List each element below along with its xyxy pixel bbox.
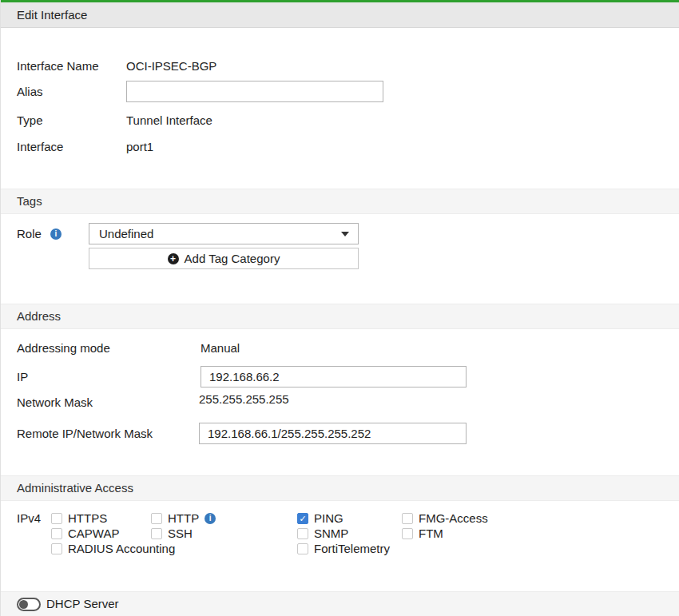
add-tag-category-button[interactable]: + Add Tag Category xyxy=(89,248,359,269)
checkbox-label: SNMP xyxy=(314,527,348,540)
admin-access-option: FortiTelemetry xyxy=(297,541,390,556)
admin-access-column-4: FMG-AccessFTM xyxy=(402,511,488,541)
checkbox-snmp[interactable] xyxy=(297,528,308,539)
checkbox-ssh[interactable] xyxy=(151,528,162,539)
ip-label: IP xyxy=(17,371,28,384)
admin-access-option: ✓PING xyxy=(297,511,390,526)
chevron-down-icon xyxy=(341,232,349,236)
admin-access-section-header: Administrative Access xyxy=(1,475,679,501)
address-section-title: Address xyxy=(17,304,61,328)
checkbox-label: FortiTelemetry xyxy=(314,542,390,555)
role-select[interactable]: Undefined xyxy=(89,223,359,244)
checkbox-fortitelemetry[interactable] xyxy=(297,543,308,554)
admin-access-option: FMG-Access xyxy=(402,511,488,526)
checkbox-ftm[interactable] xyxy=(402,528,413,539)
alias-label: Alias xyxy=(17,85,43,98)
admin-access-section-title: Administrative Access xyxy=(17,476,133,500)
ipv4-label: IPv4 xyxy=(17,512,41,525)
type-value: Tunnel Interface xyxy=(126,114,212,127)
tags-section-header: Tags xyxy=(1,189,679,214)
admin-access-option: SSH xyxy=(151,526,216,541)
remote-ip-input[interactable] xyxy=(199,423,467,444)
network-mask-value: 255.255.255.255 xyxy=(199,393,289,406)
checkbox-label: FMG-Access xyxy=(419,511,488,525)
address-section-header: Address xyxy=(1,304,679,329)
checkbox-ping[interactable]: ✓ xyxy=(297,513,308,524)
checkbox-label: HTTPS xyxy=(68,511,107,525)
admin-access-option: SNMP xyxy=(297,526,390,541)
admin-access-option: FTM xyxy=(402,526,488,541)
dhcp-server-toggle[interactable] xyxy=(17,598,41,611)
tags-section-title: Tags xyxy=(17,189,42,213)
admin-access-option: RADIUS Accounting xyxy=(51,541,175,556)
checkbox-https[interactable] xyxy=(51,513,62,524)
info-icon[interactable]: i xyxy=(50,229,62,240)
admin-access-column-3: ✓PINGSNMPFortiTelemetry xyxy=(297,511,390,556)
ip-input[interactable] xyxy=(201,366,467,387)
dhcp-server-label: DHCP Server xyxy=(46,592,119,616)
checkbox-fmg-access[interactable] xyxy=(402,513,413,524)
info-icon[interactable]: i xyxy=(204,513,216,524)
toggle-knob-icon xyxy=(19,600,28,609)
addressing-mode-value: Manual xyxy=(201,342,240,355)
checkbox-label: FTM xyxy=(419,527,443,540)
checkbox-http[interactable] xyxy=(151,513,162,524)
role-label: Role xyxy=(17,228,42,240)
checkbox-label: HTTP xyxy=(168,511,199,525)
addressing-mode-label: Addressing mode xyxy=(17,342,110,355)
add-tag-category-label: Add Tag Category xyxy=(185,252,280,265)
admin-access-option: HTTPi xyxy=(151,511,216,526)
edit-interface-panel: Edit Interface Interface Name OCI-IPSEC-… xyxy=(0,0,679,616)
dhcp-server-section-header: DHCP Server xyxy=(1,591,679,616)
network-mask-label: Network Mask xyxy=(17,396,93,409)
interface-name-label: Interface Name xyxy=(17,60,99,73)
checkbox-label: RADIUS Accounting xyxy=(68,542,175,555)
checkbox-label: CAPWAP xyxy=(68,527,119,540)
interface-value: port1 xyxy=(126,141,153,153)
page-title: Edit Interface xyxy=(17,2,87,27)
admin-access-column-2: HTTPiSSH xyxy=(151,511,216,541)
checkbox-capwap[interactable] xyxy=(51,528,62,539)
alias-input[interactable] xyxy=(126,81,383,102)
type-label: Type xyxy=(17,114,43,127)
title-bar: Edit Interface xyxy=(1,2,679,28)
checkbox-label: PING xyxy=(314,511,343,525)
role-selected-value: Undefined xyxy=(99,224,153,244)
interface-name-value: OCI-IPSEC-BGP xyxy=(126,60,216,73)
checkbox-radius-accounting[interactable] xyxy=(51,543,62,554)
plus-icon: + xyxy=(168,253,179,264)
interface-label: Interface xyxy=(17,141,63,153)
remote-ip-label: Remote IP/Network Mask xyxy=(17,427,153,440)
checkbox-label: SSH xyxy=(168,527,193,540)
